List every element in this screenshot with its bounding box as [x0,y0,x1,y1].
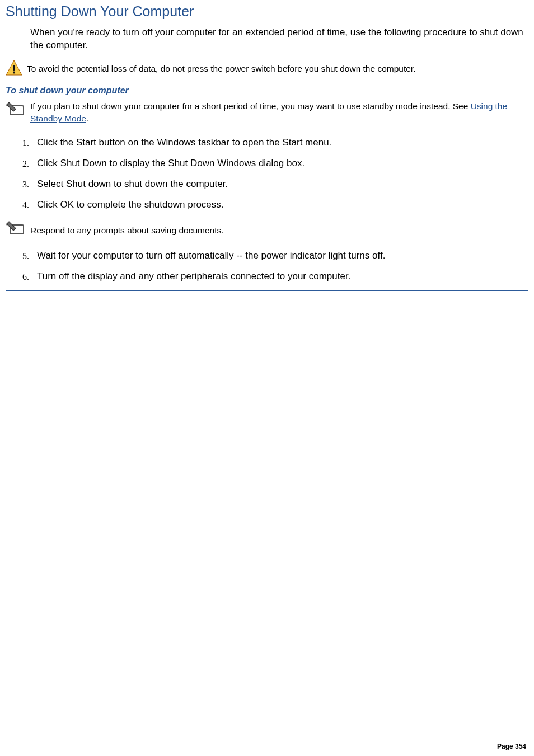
svg-rect-1 [13,65,15,71]
section-subhead: To shut down your computer [6,86,528,96]
document-page: Shutting Down Your Computer When you're … [0,0,534,756]
step-item: Click Shut Down to display the Shut Down… [22,157,528,170]
pencil-note-icon [6,219,27,238]
note-text: If you plan to shut down your computer f… [30,101,507,123]
warning-triangle-icon [6,60,22,76]
warning-callout: To avoid the potential loss of data, do … [6,60,528,76]
note-block-save-prompts: Respond to any prompts about saving docu… [6,219,528,238]
warning-text: To avoid the potential loss of data, do … [27,60,415,75]
steps-list-a: Click the Start button on the Windows ta… [22,137,528,212]
page-number: Page 354 [497,743,526,750]
step-item: Wait for your computer to turn off autom… [22,250,528,262]
note-text-before: If you plan to shut down your computer f… [30,101,471,111]
step-item: Select Shut down to shut down the comput… [22,178,528,191]
steps-list-b: Wait for your computer to turn off autom… [22,250,528,283]
step-item: Turn off the display and any other perip… [22,270,528,283]
svg-point-2 [13,71,15,73]
note-text: Respond to any prompts about saving docu… [30,222,224,236]
pencil-note-icon [6,100,27,119]
note-block-standby: If you plan to shut down your computer f… [6,100,528,125]
page-title: Shutting Down Your Computer [6,3,528,20]
intro-paragraph: When you're ready to turn off your compu… [30,26,528,52]
step-item: Click OK to complete the shutdown proces… [22,199,528,212]
section-divider [6,290,528,291]
note-text-after: . [86,114,88,123]
step-item: Click the Start button on the Windows ta… [22,137,528,149]
